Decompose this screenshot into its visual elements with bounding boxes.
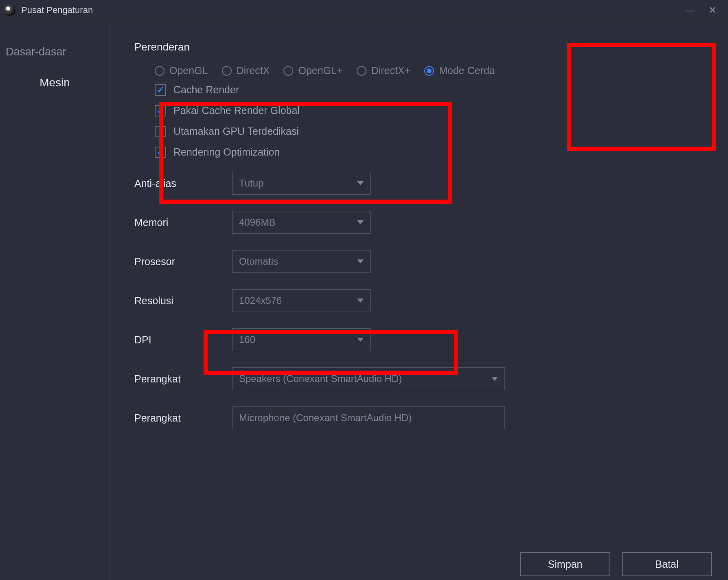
sidebar: Dasar-dasar Mesin [0,20,110,580]
footer-buttons: Simpan Batal [520,552,712,580]
label-device-in: Perangkat [134,412,232,424]
radio-dot-icon [357,66,366,76]
check-render-optimization[interactable]: Rendering Optimization [155,146,712,158]
check-label: Pakai Cache Render Global [173,105,300,116]
dropdown-processor[interactable]: Otomatis [232,250,371,273]
check-global-cache[interactable]: Pakai Cache Render Global [155,105,712,116]
app-icon [4,4,15,16]
label-resolution: Resolusi [134,295,232,307]
input-value: Microphone (Conexant SmartAudio HD) [239,412,412,424]
dropdown-value: 160 [239,334,255,345]
radio-directx[interactable]: DirectX [222,65,270,77]
dropdown-value: 1024x576 [239,295,282,306]
checkbox-icon [155,105,166,116]
dropdown-value: Speakers (Conexant SmartAudio HD) [239,373,402,384]
radio-dot-icon [155,66,164,76]
window-title: Pusat Pengaturan [21,5,93,15]
checkbox-icon [155,84,166,96]
radio-label: DirectX [237,65,270,77]
radio-label: Mode Cerda [439,65,495,77]
label-processor: Prosesor [134,256,232,268]
dropdown-device-out[interactable]: Speakers (Conexant SmartAudio HD) [232,367,505,390]
check-label: Utamakan GPU Terdedikasi [173,125,299,137]
render-mode-row: OpenGL DirectX OpenGL+ DirectX+ Mode Cer… [134,65,712,77]
dropdown-memory[interactable]: 4096MB [232,211,371,234]
chevron-down-icon [357,220,364,224]
section-title-rendering: Perenderan [134,41,712,53]
minimize-button[interactable]: — [678,4,701,16]
render-checks: Cache Render Pakai Cache Render Global U… [134,84,712,158]
checkbox-icon [155,147,166,158]
label-memory: Memori [134,217,232,228]
sidebar-item-mesin[interactable]: Mesin [0,67,110,98]
dropdown-value: Tutup [239,178,263,189]
input-device-in[interactable]: Microphone (Conexant SmartAudio HD) [232,406,505,429]
cancel-button[interactable]: Batal [622,552,712,576]
chevron-down-icon [491,377,498,381]
dropdown-dpi[interactable]: 160 [232,328,371,351]
radio-dot-icon [222,66,232,76]
dropdown-antialias[interactable]: Tutup [232,172,371,195]
dropdown-value: Otomatis [239,256,278,267]
chevron-down-icon [357,259,364,264]
radio-openglplus[interactable]: OpenGL+ [283,65,342,77]
sidebar-item-dasar[interactable]: Dasar-dasar [0,37,110,67]
chevron-down-icon [357,299,364,303]
check-label: Rendering Optimization [173,146,280,158]
chevron-down-icon [357,181,364,185]
label-device-out: Perangkat [134,373,232,385]
radio-dot-icon [283,66,293,76]
label-antialias: Anti-alias [134,178,232,189]
radio-mode-cerdas[interactable]: Mode Cerda [424,65,495,77]
check-cache-render[interactable]: Cache Render [155,84,712,96]
save-button[interactable]: Simpan [520,552,610,576]
content-panel: Perenderan OpenGL DirectX OpenGL+ Direct… [110,20,728,580]
checkbox-icon [155,126,166,137]
radio-label: DirectX+ [371,65,411,77]
radio-directxplus[interactable]: DirectX+ [357,65,411,77]
dropdown-value: 4096MB [239,217,275,228]
radio-opengl[interactable]: OpenGL [155,65,208,77]
radio-dot-icon [424,66,434,76]
titlebar: Pusat Pengaturan — ✕ [0,0,728,20]
dropdown-resolution[interactable]: 1024x576 [232,289,371,312]
chevron-down-icon [357,338,364,342]
check-dedicated-gpu[interactable]: Utamakan GPU Terdedikasi [155,125,712,137]
radio-label: OpenGL [169,65,208,77]
check-label: Cache Render [173,84,239,96]
close-button[interactable]: ✕ [701,4,724,16]
label-dpi: DPI [134,334,232,346]
radio-label: OpenGL+ [298,65,342,77]
